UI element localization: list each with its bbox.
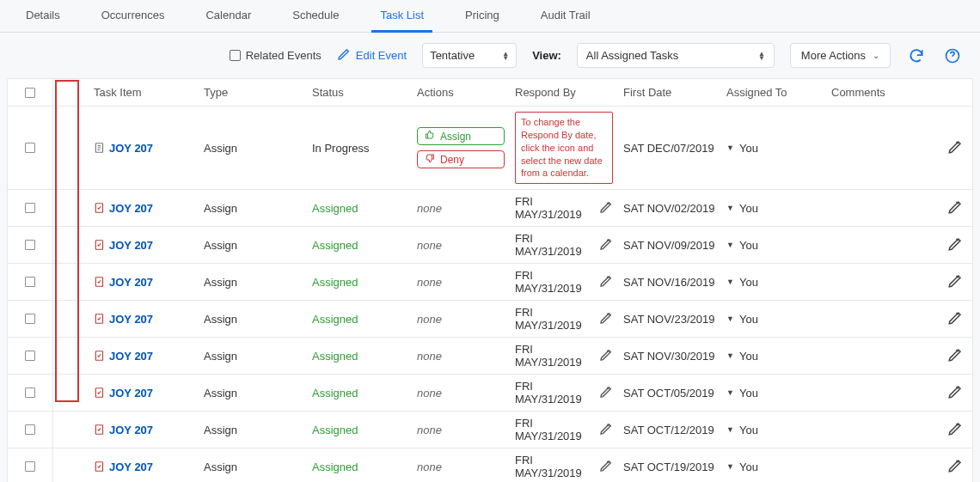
edit-event-button[interactable]: Edit Event <box>337 47 407 64</box>
respond-by-cell: FRI MAY/31/2019 <box>510 227 618 264</box>
caret-down-icon: ▼ <box>726 388 734 397</box>
assigned-dropdown[interactable]: ▼You <box>726 276 821 289</box>
tabs-bar: Details Occurrences Calendar Schedule Ta… <box>0 0 980 33</box>
assigned-to-cell: ▼You <box>721 338 826 375</box>
tab-occurrences[interactable]: Occurrences <box>93 7 174 32</box>
task-link[interactable]: JOY 207 <box>109 313 153 326</box>
respond-edit-button[interactable] <box>599 459 613 475</box>
respond-by-cell: FRI MAY/31/2019 <box>510 448 618 482</box>
refresh-button[interactable] <box>906 46 927 66</box>
table-row: JOY 207AssignAssignednoneFRI MAY/31/2019… <box>8 301 972 338</box>
respond-edit-button[interactable] <box>599 385 613 401</box>
row-edit-button[interactable] <box>947 352 963 365</box>
tab-calendar[interactable]: Calendar <box>197 7 260 32</box>
assigned-value: You <box>739 276 758 289</box>
assigned-dropdown[interactable]: ▼You <box>726 461 821 473</box>
status-select[interactable]: Tentative ▲▼ <box>422 43 517 68</box>
col-respond: Respond By <box>510 79 618 107</box>
row-edit-button[interactable] <box>947 144 963 157</box>
row-spacer <box>52 264 89 301</box>
table-header-row: Task Item Type Status Actions Respond By… <box>8 79 972 107</box>
tab-details[interactable]: Details <box>17 7 69 32</box>
status-cell: Assigned <box>307 264 412 301</box>
row-edit-cell <box>938 107 972 190</box>
col-task-item: Task Item <box>89 79 199 107</box>
more-actions-button[interactable]: More Actions ⌄ <box>790 43 891 68</box>
assigned-to-cell: ▼You <box>721 375 826 412</box>
row-checkbox[interactable] <box>25 314 35 324</box>
col-actions: Actions <box>412 79 510 107</box>
row-select-cell <box>8 301 52 338</box>
table-row: JOY 207AssignAssignednoneFRI MAY/31/2019… <box>8 227 972 264</box>
task-link[interactable]: JOY 207 <box>109 202 153 215</box>
row-checkbox[interactable] <box>25 277 35 287</box>
assigned-dropdown[interactable]: ▼You <box>726 387 821 400</box>
deny-button[interactable]: Deny <box>417 150 505 168</box>
row-select-cell <box>8 338 52 375</box>
respond-edit-button[interactable] <box>599 348 613 364</box>
view-select[interactable]: All Assigned Tasks ▲▼ <box>577 43 775 68</box>
row-edit-button[interactable] <box>947 463 963 476</box>
respond-edit-button[interactable] <box>599 422 613 438</box>
actions-cell: none <box>412 448 510 482</box>
task-link[interactable]: JOY 207 <box>109 276 153 289</box>
respond-by-cell: FRI MAY/31/2019 <box>510 338 618 375</box>
assigned-dropdown[interactable]: ▼You <box>726 350 821 363</box>
assigned-dropdown[interactable]: ▼You <box>726 424 821 436</box>
respond-edit-button[interactable] <box>599 237 613 253</box>
tab-pricing[interactable]: Pricing <box>456 7 508 32</box>
task-link[interactable]: JOY 207 <box>109 350 153 363</box>
row-edit-button[interactable] <box>947 204 963 217</box>
task-item-cell: JOY 207 <box>89 338 199 375</box>
table-row: JOY 207AssignAssignednoneFRI MAY/31/2019… <box>8 448 972 482</box>
related-events-toggle[interactable]: Related Events <box>230 49 322 62</box>
task-type-icon <box>94 461 109 473</box>
respond-edit-button[interactable] <box>599 311 613 327</box>
task-link[interactable]: JOY 207 <box>109 239 153 252</box>
respond-date: FRI MAY/31/2019 <box>515 195 594 221</box>
tab-task-list[interactable]: Task List <box>371 7 432 33</box>
actions-cell: none <box>412 190 510 227</box>
caret-down-icon: ▼ <box>726 143 734 152</box>
tab-schedule[interactable]: Schedule <box>284 7 347 32</box>
row-checkbox[interactable] <box>25 424 35 435</box>
row-checkbox[interactable] <box>25 461 35 472</box>
task-link[interactable]: JOY 207 <box>109 142 153 155</box>
respond-edit-button[interactable] <box>599 200 613 217</box>
assigned-dropdown[interactable]: ▼You <box>726 313 821 326</box>
status-cell: Assigned <box>307 375 412 412</box>
row-edit-button[interactable] <box>947 426 963 439</box>
assigned-dropdown[interactable]: ▼You <box>726 142 821 155</box>
row-edit-button[interactable] <box>947 389 963 402</box>
row-checkbox[interactable] <box>25 387 35 398</box>
assigned-dropdown[interactable]: ▼You <box>726 239 821 252</box>
actions-none: none <box>417 239 442 252</box>
assign-button[interactable]: Assign <box>417 127 505 145</box>
row-spacer <box>52 412 89 448</box>
row-select-cell <box>8 264 52 301</box>
help-button[interactable] <box>942 46 963 66</box>
respond-by-cell: FRI MAY/31/2019 <box>510 375 618 412</box>
row-edit-button[interactable] <box>947 241 963 254</box>
tab-audit-trail[interactable]: Audit Trail <box>532 7 599 32</box>
task-link[interactable]: JOY 207 <box>109 387 153 400</box>
respond-edit-button[interactable] <box>599 274 613 290</box>
task-link[interactable]: JOY 207 <box>109 461 153 473</box>
assigned-dropdown[interactable]: ▼You <box>726 202 821 215</box>
row-checkbox[interactable] <box>25 203 35 213</box>
row-checkbox[interactable] <box>25 143 35 153</box>
respond-date: FRI MAY/31/2019 <box>515 417 594 442</box>
caret-down-icon: ▼ <box>726 278 734 286</box>
assigned-to-cell: ▼You <box>721 190 826 227</box>
row-checkbox[interactable] <box>25 351 35 361</box>
caret-down-icon: ▼ <box>726 204 734 212</box>
row-edit-button[interactable] <box>947 315 963 328</box>
task-link[interactable]: JOY 207 <box>109 424 153 436</box>
row-edit-button[interactable] <box>947 278 963 291</box>
select-all-checkbox[interactable] <box>25 88 35 98</box>
assigned-value: You <box>739 142 758 155</box>
row-checkbox[interactable] <box>25 240 35 250</box>
type-cell: Assign <box>199 338 307 375</box>
task-type-icon <box>94 276 109 289</box>
caret-down-icon: ▼ <box>726 462 734 471</box>
